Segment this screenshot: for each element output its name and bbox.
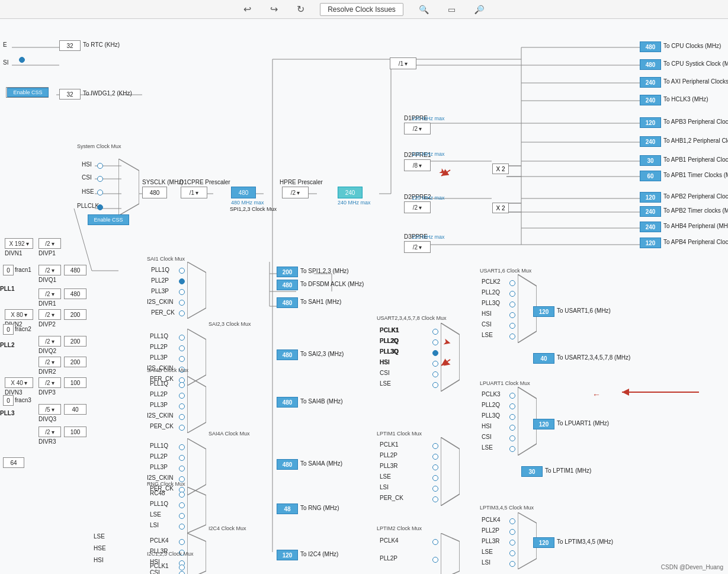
- lptim1-pll2p-dot[interactable]: [432, 454, 438, 460]
- d2ppre1-select[interactable]: /8 ▾: [404, 159, 431, 171]
- usart2-pll2q-dot[interactable]: [432, 339, 438, 345]
- lptim345-lsi-dot[interactable]: [509, 561, 515, 567]
- usart16-csi-dot[interactable]: [509, 323, 515, 329]
- sai1-pll2p-dot[interactable]: [179, 278, 185, 284]
- fracn3-label: fracn3: [15, 397, 31, 403]
- enable-css-main-button[interactable]: Enable CSS: [88, 214, 129, 225]
- rng-lse-dot[interactable]: [179, 513, 185, 519]
- usart16-pclk2-dot[interactable]: [509, 280, 515, 286]
- rng-lsi-dot[interactable]: [179, 524, 185, 530]
- wire-overlay: [0, 19, 728, 574]
- redo-button[interactable]: ↪: [267, 2, 281, 16]
- lptim1-pclk1-dot[interactable]: [432, 443, 438, 449]
- i2c4-csi-dot[interactable]: [179, 571, 185, 574]
- lptim1-lsi-dot[interactable]: [432, 486, 438, 492]
- usart16-pll3q-dot[interactable]: [509, 302, 515, 307]
- lptim2-pclk4-dot[interactable]: [432, 539, 438, 545]
- sai23-pll3p-dot[interactable]: [179, 356, 185, 362]
- i2c4-pclk4-dot[interactable]: [179, 539, 185, 545]
- divq3-label: DIVQ3: [39, 416, 56, 422]
- lpuart1-hsi-dot[interactable]: [509, 425, 515, 431]
- lptim1-per-dot[interactable]: [432, 496, 438, 502]
- divp3-select[interactable]: /2 ▾: [39, 377, 61, 388]
- sysclk-csi-dot[interactable]: [97, 176, 103, 182]
- lpuart1-output-value: 120: [533, 419, 554, 429]
- usart2-csi-dot[interactable]: [432, 371, 438, 377]
- sai1-per-dot[interactable]: [179, 310, 185, 316]
- divq1-select[interactable]: /2 ▾: [39, 265, 61, 275]
- osc-selector-dot[interactable]: [19, 57, 25, 63]
- usart2-lse-dot[interactable]: [432, 382, 438, 388]
- sysclk-pllclk-dot[interactable]: [97, 204, 103, 210]
- sai1-i2s-dot[interactable]: [179, 300, 185, 306]
- i2c123-pclk1-dot[interactable]: [179, 565, 185, 570]
- lpuart1-pll2q-dot[interactable]: [509, 403, 515, 409]
- lptim1-lse-dot[interactable]: [432, 475, 438, 481]
- divq3-select[interactable]: /5 ▾: [39, 404, 61, 415]
- lptim345-pll2p-dot[interactable]: [509, 529, 515, 535]
- sai4b-i2s-dot[interactable]: [179, 414, 185, 420]
- sai4a-pll3p-dot[interactable]: [179, 466, 185, 472]
- resolve-clock-issues-button[interactable]: Resolve Clock Issues: [320, 3, 403, 16]
- rng-pll1q-dot[interactable]: [179, 502, 185, 508]
- zoom-in-button[interactable]: 🔍: [415, 4, 432, 15]
- sysclk-hsi-dot[interactable]: [97, 163, 103, 169]
- lptim1-pll3r-dot[interactable]: [432, 464, 438, 470]
- usart2-hsi-dot[interactable]: [432, 361, 438, 367]
- lpuart1-pclk3-dot[interactable]: [509, 393, 515, 399]
- usart16-hsi-dot[interactable]: [509, 312, 515, 318]
- sai4b-pll3p-dot[interactable]: [179, 403, 185, 409]
- divq2-select[interactable]: /2 ▾: [39, 336, 61, 347]
- refresh-button[interactable]: ↻: [293, 2, 308, 16]
- sai1-pll1q-dot[interactable]: [179, 268, 185, 274]
- rng-output-label: To RNG (MHz): [300, 505, 339, 511]
- divn2-value: X 80: [11, 312, 23, 318]
- d2ppre2-select[interactable]: /2 ▾: [404, 201, 431, 213]
- d3ppre-select[interactable]: /2 ▾: [404, 241, 431, 253]
- usart2-pclk1-dot[interactable]: [432, 329, 438, 335]
- usart2345-clock-mux-label: USART2,3,4,5,7,8 Clock Mux: [377, 315, 446, 321]
- usart2-pll3q-dot[interactable]: [432, 350, 438, 356]
- d1ppre-select[interactable]: /2 ▾: [404, 123, 431, 134]
- divp1-select[interactable]: /2 ▾: [39, 238, 61, 249]
- iwdg-label: To IWDG1,2 (KHz): [83, 90, 132, 97]
- divn2-select[interactable]: X 80 ▾: [5, 309, 33, 320]
- lpuart1-pll3q-dot[interactable]: [509, 414, 515, 420]
- hpre-divider-select[interactable]: /2 ▾: [282, 187, 309, 198]
- sai1-pll3p-dot[interactable]: [179, 289, 185, 295]
- cpu-clocks-value: 480: [640, 41, 661, 52]
- divr1-select[interactable]: /2 ▾: [39, 288, 61, 299]
- sai1-mux-triangle: [187, 262, 206, 319]
- lptim345-pll3r-dot[interactable]: [509, 540, 515, 546]
- top-bus-divider-select[interactable]: /1 ▾: [390, 57, 416, 69]
- undo-button[interactable]: ↩: [240, 2, 255, 16]
- lptim2-pll2p-dot[interactable]: [432, 557, 438, 563]
- lpuart1-csi-dot[interactable]: [509, 435, 515, 441]
- sai4b-pll2p-dot[interactable]: [179, 393, 185, 399]
- pll2-r-output: 200: [64, 357, 86, 367]
- divr2-select[interactable]: /2 ▾: [39, 357, 61, 367]
- usart16-lse-dot[interactable]: [509, 334, 515, 339]
- apb4-value: 120: [640, 238, 661, 248]
- d1cpre-divider-select[interactable]: /1 ▾: [181, 187, 207, 198]
- hpre-output-block: 240: [338, 187, 363, 198]
- sysclk-hse-dot[interactable]: [97, 190, 103, 195]
- sai4b-per-dot[interactable]: [179, 425, 185, 431]
- lptim345-lse-dot[interactable]: [509, 550, 515, 556]
- sai23-pll1q-dot[interactable]: [179, 335, 185, 341]
- divp2-select[interactable]: /2 ▾: [39, 309, 61, 320]
- divn1-select[interactable]: X 192 ▾: [5, 238, 33, 249]
- enable-css-button-top[interactable]: Enable CSS: [7, 88, 49, 97]
- lptim345-pclk4-dot[interactable]: [509, 518, 515, 524]
- sai4a-pll1q-dot[interactable]: [179, 444, 185, 450]
- sai4b-pll1q-dot[interactable]: [179, 382, 185, 388]
- rng-rc48-dot[interactable]: [179, 492, 185, 498]
- sai4a-pll2p-dot[interactable]: [179, 455, 185, 461]
- usart16-pll2q-dot[interactable]: [509, 291, 515, 297]
- lpuart1-lse-dot[interactable]: [509, 446, 515, 452]
- divr3-select[interactable]: /2 ▾: [39, 427, 61, 437]
- sai23-pll2p-dot[interactable]: [179, 345, 185, 351]
- zoom-out-button[interactable]: 🔍: [471, 4, 488, 15]
- divn3-select[interactable]: X 40 ▾: [5, 377, 33, 388]
- fullscreen-button[interactable]: ▭: [444, 4, 459, 15]
